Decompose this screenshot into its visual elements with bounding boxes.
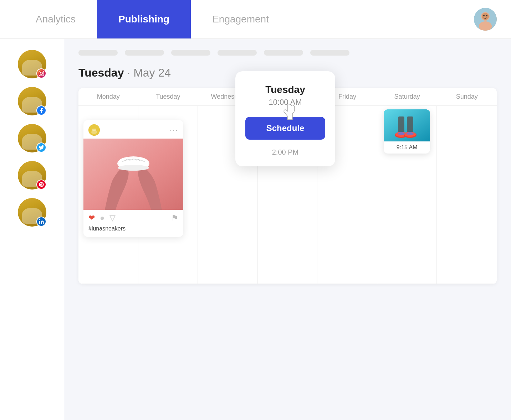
current-day: Tuesday — [78, 66, 124, 79]
engagement-tab-label: Engagement — [212, 14, 269, 25]
share-icon[interactable]: ▽ — [109, 213, 116, 223]
day-header-tuesday: Tuesday — [138, 88, 198, 105]
analytics-tab-label: Analytics — [36, 14, 76, 25]
svg-point-16 — [118, 165, 149, 171]
calendar-area: Tuesday · May 24 Monday Tuesday Wednesda… — [64, 39, 511, 420]
linkedin-badge — [36, 217, 46, 227]
day-header-saturday: Saturday — [377, 88, 437, 105]
main-content: Tuesday · May 24 Monday Tuesday Wednesda… — [0, 39, 511, 420]
cal-cell-saturday[interactable]: 9:15 AM — [377, 106, 437, 284]
post-avatar — [88, 124, 100, 136]
nav-tab-publishing[interactable]: Publishing — [97, 0, 191, 38]
skeleton-bar — [78, 50, 118, 56]
post-card-header: ··· — [83, 120, 183, 139]
cal-cell-sunday[interactable] — [437, 106, 497, 284]
like-icon[interactable]: ❤ — [88, 213, 95, 223]
day-header-monday: Monday — [78, 88, 138, 105]
skeleton-bar — [125, 50, 164, 56]
sidebar-item-linkedin[interactable] — [18, 198, 46, 227]
comment-icon[interactable]: ● — [100, 213, 104, 223]
cal-cell-monday[interactable]: ··· — [78, 106, 138, 284]
sidebar-item-pinterest[interactable] — [18, 161, 46, 190]
svg-rect-24 — [407, 116, 413, 134]
svg-point-3 — [482, 13, 489, 20]
post-image — [83, 139, 183, 210]
bookmark-icon[interactable]: ⚑ — [171, 213, 178, 223]
top-navigation: Analytics Publishing Engagement — [0, 0, 511, 39]
schedule-day: Tuesday — [245, 84, 325, 95]
svg-point-4 — [483, 15, 485, 16]
date-separator-and-date: · May 24 — [124, 66, 171, 79]
thumbnail-card[interactable]: 9:15 AM — [384, 109, 430, 154]
sidebar-item-facebook[interactable] — [18, 87, 46, 115]
svg-point-29 — [398, 132, 405, 135]
svg-point-8 — [42, 72, 43, 72]
skeleton-bar — [218, 50, 257, 56]
day-header-sunday: Sunday — [437, 88, 497, 105]
schedule-button[interactable]: Schedule — [245, 117, 325, 140]
facebook-badge — [36, 105, 46, 115]
nav-tab-analytics[interactable]: Analytics — [14, 0, 97, 38]
skeleton-bar — [171, 50, 210, 56]
sidebar-item-twitter[interactable] — [18, 124, 46, 152]
svg-point-5 — [486, 15, 487, 16]
avatar-image — [474, 8, 497, 31]
publishing-tab-label: Publishing — [118, 14, 169, 25]
user-avatar[interactable] — [474, 8, 497, 31]
sidebar — [0, 39, 64, 420]
post-actions: ❤ ● ▽ ⚑ — [83, 210, 183, 224]
post-hashtag: #lunasneakers — [83, 224, 183, 232]
svg-point-7 — [40, 72, 42, 75]
post-more-options[interactable]: ··· — [170, 125, 178, 135]
nav-tab-engagement[interactable]: Engagement — [191, 0, 290, 38]
sidebar-item-instagram[interactable] — [18, 50, 46, 78]
post-card[interactable]: ··· — [83, 120, 183, 237]
svg-rect-6 — [39, 71, 44, 76]
svg-rect-12 — [92, 129, 96, 131]
schedule-popup: Tuesday 10:00 AM Schedule 2:00 PM — [235, 71, 335, 166]
thumbnail-image — [384, 109, 430, 141]
skeleton-bars-top — [78, 50, 497, 56]
schedule-time-2: 2:00 PM — [245, 148, 325, 156]
skeleton-bar — [264, 50, 303, 56]
instagram-badge — [36, 68, 46, 78]
thumbnail-time: 9:15 AM — [384, 141, 430, 154]
svg-point-30 — [407, 132, 414, 135]
skeleton-bar — [310, 50, 349, 56]
svg-point-9 — [39, 219, 40, 220]
svg-rect-23 — [398, 116, 404, 134]
twitter-badge — [36, 142, 46, 152]
pinterest-badge — [36, 180, 46, 190]
svg-rect-13 — [83, 139, 183, 210]
schedule-time-1: 10:00 AM — [245, 98, 325, 107]
